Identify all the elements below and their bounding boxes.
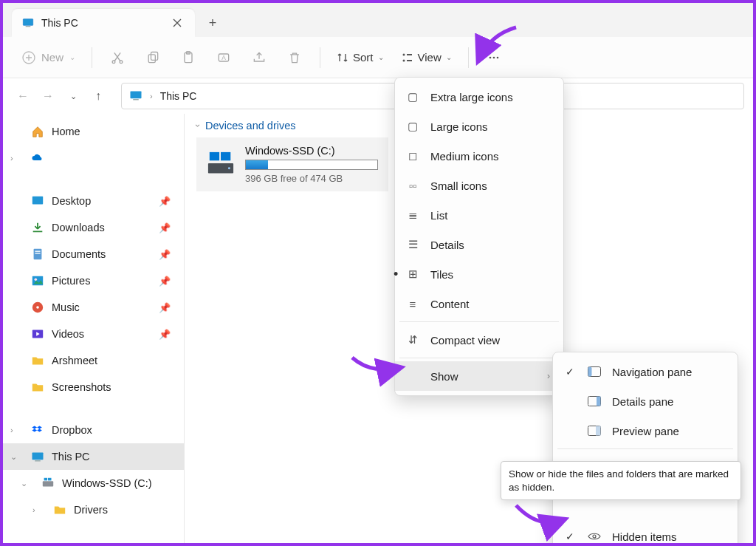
- svg-rect-33: [48, 478, 52, 481]
- show-preview-pane[interactable]: Preview pane: [553, 416, 738, 446]
- more-button[interactable]: [479, 44, 509, 71]
- sidebar: Home › Desktop📌 Downloads📌 Documents📌 Pi…: [3, 114, 185, 543]
- sidebar-item-drive-c[interactable]: ⌄Windows-SSD (C:): [3, 470, 184, 496]
- svg-rect-41: [597, 397, 601, 406]
- svg-rect-43: [596, 426, 601, 436]
- view-menu: ▢Extra large icons ▢Large icons ◻Medium …: [394, 77, 564, 396]
- svg-rect-1: [26, 26, 31, 27]
- pane-icon: [587, 426, 602, 436]
- show-details-pane[interactable]: Details pane: [553, 386, 738, 416]
- videos-icon: [31, 327, 44, 341]
- checkmark-icon: ✓: [563, 530, 577, 542]
- view-small-icons[interactable]: ▫▫Small icons: [395, 171, 563, 200]
- drive-icon: [207, 149, 235, 180]
- view-compact[interactable]: ⇵Compact view: [395, 325, 563, 355]
- grid-icon: ▢: [405, 90, 420, 103]
- pane-icon: [587, 396, 602, 406]
- view-show-submenu[interactable]: Show›: [395, 361, 563, 391]
- chevron-right-icon: ›: [547, 371, 550, 381]
- checkmark-icon: ✓: [563, 366, 577, 378]
- sidebar-item-pictures[interactable]: Pictures📌: [3, 267, 184, 294]
- tiles-icon: ⊞: [405, 267, 420, 281]
- view-tiles[interactable]: •⊞Tiles: [395, 259, 563, 289]
- svg-rect-20: [32, 197, 43, 205]
- view-details[interactable]: ☰Details: [395, 230, 563, 259]
- compact-icon: ⇵: [405, 333, 420, 347]
- forward-button: →: [37, 85, 59, 107]
- up-button[interactable]: ↑: [87, 85, 109, 107]
- window-tab[interactable]: This PC: [12, 9, 195, 37]
- drive-name: Windows-SSD (C:): [245, 145, 378, 157]
- drive-item[interactable]: Windows-SSD (C:) 396 GB free of 474 GB: [196, 137, 388, 191]
- tab-title: This PC: [41, 17, 159, 29]
- chevron-down-icon: ⌄: [446, 53, 452, 61]
- sort-button[interactable]: Sort ⌄: [331, 48, 390, 66]
- pictures-icon: [31, 274, 44, 287]
- view-button[interactable]: View ⌄: [396, 48, 458, 66]
- svg-point-15: [489, 56, 491, 58]
- show-navigation-pane[interactable]: ✓Navigation pane: [553, 357, 738, 386]
- svg-point-11: [402, 53, 405, 55]
- folder-icon: [53, 503, 66, 516]
- chevron-down-icon: ›: [193, 124, 203, 127]
- paste-button: [173, 44, 203, 71]
- chevron-right-icon[interactable]: ›: [10, 426, 13, 434]
- svg-rect-32: [44, 478, 48, 481]
- sidebar-item-user-folder[interactable]: Arshmeet: [3, 347, 184, 374]
- svg-rect-19: [133, 99, 139, 100]
- drive-icon: [41, 477, 55, 490]
- breadcrumb-location[interactable]: This PC: [160, 90, 197, 102]
- svg-rect-34: [210, 151, 219, 160]
- chevron-right-icon[interactable]: ›: [10, 154, 13, 163]
- view-large-icons[interactable]: ▢Large icons: [395, 112, 563, 141]
- sidebar-item-home[interactable]: Home: [3, 118, 184, 145]
- view-list[interactable]: ≣List: [395, 200, 563, 230]
- pin-icon: 📌: [159, 249, 171, 260]
- rename-button: A: [209, 44, 238, 71]
- sidebar-item-drivers[interactable]: ›Drivers: [3, 496, 184, 523]
- toolbar: New ⌄ A Sort ⌄ View ⌄: [3, 37, 753, 78]
- home-icon: [31, 125, 44, 138]
- sidebar-item-dropbox[interactable]: ›Dropbox: [3, 417, 184, 443]
- sidebar-item-documents[interactable]: Documents📌: [3, 241, 184, 267]
- chevron-down-icon[interactable]: ⌄: [21, 479, 27, 488]
- new-tab-button[interactable]: +: [199, 10, 226, 36]
- view-content[interactable]: ≡Content: [395, 289, 563, 318]
- view-extra-large-icons[interactable]: ▢Extra large icons: [395, 82, 563, 112]
- svg-rect-30: [35, 460, 41, 462]
- chevron-down-icon[interactable]: ⌄: [10, 452, 17, 462]
- sidebar-item-screenshots[interactable]: Screenshots: [3, 374, 184, 400]
- svg-rect-23: [35, 253, 40, 253]
- sidebar-item-videos[interactable]: Videos📌: [3, 321, 184, 347]
- view-medium-icons[interactable]: ◻Medium icons: [395, 141, 563, 171]
- svg-point-25: [35, 278, 38, 281]
- copy-button: [138, 44, 168, 71]
- svg-rect-18: [131, 92, 142, 99]
- cut-button: [103, 44, 132, 71]
- svg-point-44: [593, 535, 596, 538]
- svg-point-12: [402, 59, 405, 61]
- svg-rect-35: [221, 151, 230, 160]
- this-pc-icon: [129, 90, 142, 102]
- sidebar-item-onedrive[interactable]: ›: [3, 145, 184, 171]
- history-button[interactable]: ⌄: [62, 85, 84, 107]
- folder-icon: [31, 354, 44, 367]
- folder-icon: [31, 381, 44, 394]
- show-hidden-items[interactable]: ✓Hidden items: [553, 522, 738, 546]
- drive-usage-bar: [245, 160, 378, 170]
- svg-text:A: A: [221, 54, 226, 61]
- this-pc-icon: [31, 450, 44, 463]
- chevron-right-icon[interactable]: ›: [32, 505, 35, 514]
- sidebar-item-music[interactable]: Music📌: [3, 294, 184, 321]
- svg-rect-14: [407, 60, 412, 61]
- chevron-down-icon: ⌄: [69, 53, 75, 61]
- sidebar-item-downloads[interactable]: Downloads📌: [3, 214, 184, 241]
- pin-icon: 📌: [159, 196, 171, 207]
- sidebar-item-desktop[interactable]: Desktop📌: [3, 188, 184, 214]
- close-tab-button[interactable]: [167, 13, 188, 33]
- sidebar-item-thispc[interactable]: ⌄This PC: [3, 443, 184, 470]
- downloads-icon: [31, 221, 44, 234]
- share-button: [244, 44, 274, 71]
- this-pc-icon: [22, 18, 34, 28]
- dropbox-icon: [31, 423, 44, 437]
